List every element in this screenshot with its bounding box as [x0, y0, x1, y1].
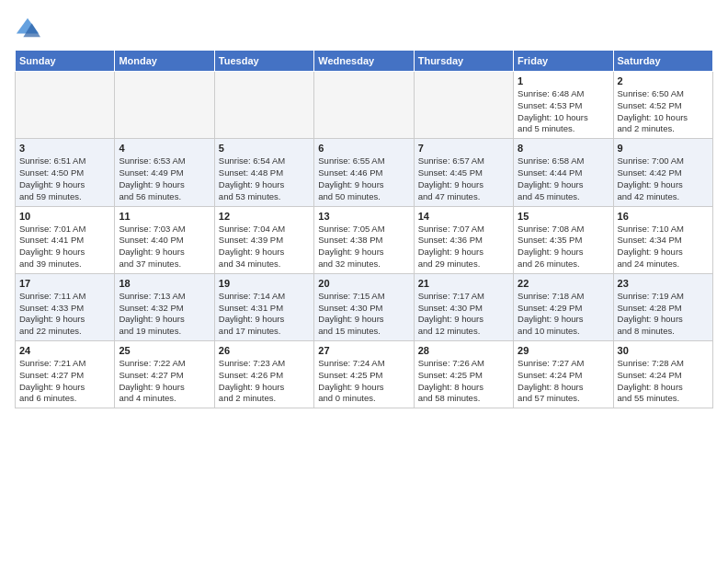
day-number: 6 — [318, 143, 409, 154]
day-info: Sunrise: 6:53 AM Sunset: 4:49 PM Dayligh… — [119, 155, 210, 202]
day-info: Sunrise: 7:14 AM Sunset: 4:31 PM Dayligh… — [219, 291, 310, 338]
day-info: Sunrise: 7:17 AM Sunset: 4:30 PM Dayligh… — [418, 291, 509, 338]
page: SundayMondayTuesdayWednesdayThursdayFrid… — [0, 0, 728, 563]
day-number: 7 — [418, 143, 509, 154]
calendar-cell: 3Sunrise: 6:51 AM Sunset: 4:50 PM Daylig… — [16, 139, 115, 206]
calendar-cell: 11Sunrise: 7:03 AM Sunset: 4:40 PM Dayli… — [115, 206, 214, 273]
day-info: Sunrise: 6:54 AM Sunset: 4:48 PM Dayligh… — [219, 155, 310, 202]
calendar-cell — [16, 72, 115, 139]
calendar-header-thursday: Thursday — [414, 51, 513, 72]
day-number: 25 — [119, 345, 210, 356]
calendar-cell: 12Sunrise: 7:04 AM Sunset: 4:39 PM Dayli… — [214, 206, 313, 273]
day-number: 14 — [418, 211, 509, 222]
calendar-header-row: SundayMondayTuesdayWednesdayThursdayFrid… — [16, 51, 713, 72]
calendar-week-4: 24Sunrise: 7:21 AM Sunset: 4:27 PM Dayli… — [16, 341, 713, 408]
day-info: Sunrise: 7:00 AM Sunset: 4:42 PM Dayligh… — [618, 155, 709, 202]
calendar-cell — [314, 72, 414, 139]
calendar-cell: 6Sunrise: 6:55 AM Sunset: 4:46 PM Daylig… — [314, 139, 414, 206]
day-info: Sunrise: 7:01 AM Sunset: 4:41 PM Dayligh… — [19, 224, 110, 270]
logo-icon — [15, 15, 40, 40]
day-number: 29 — [518, 345, 609, 356]
calendar-header-friday: Friday — [514, 51, 613, 72]
calendar-cell — [414, 72, 513, 139]
day-number: 20 — [318, 278, 409, 289]
calendar-week-0: 1Sunrise: 6:48 AM Sunset: 4:53 PM Daylig… — [16, 72, 713, 139]
calendar-cell: 24Sunrise: 7:21 AM Sunset: 4:27 PM Dayli… — [16, 341, 115, 408]
logo — [15, 15, 44, 40]
day-info: Sunrise: 7:21 AM Sunset: 4:27 PM Dayligh… — [19, 358, 110, 405]
day-info: Sunrise: 7:26 AM Sunset: 4:25 PM Dayligh… — [418, 358, 509, 405]
day-info: Sunrise: 7:07 AM Sunset: 4:36 PM Dayligh… — [418, 224, 509, 270]
day-number: 4 — [119, 143, 210, 154]
day-number: 26 — [219, 345, 310, 356]
calendar-cell: 7Sunrise: 6:57 AM Sunset: 4:45 PM Daylig… — [414, 139, 513, 206]
day-number: 22 — [518, 278, 609, 289]
calendar-cell: 1Sunrise: 6:48 AM Sunset: 4:53 PM Daylig… — [514, 72, 613, 139]
day-info: Sunrise: 7:22 AM Sunset: 4:27 PM Dayligh… — [119, 358, 210, 405]
calendar-cell: 15Sunrise: 7:08 AM Sunset: 4:35 PM Dayli… — [514, 206, 613, 273]
calendar-cell: 19Sunrise: 7:14 AM Sunset: 4:31 PM Dayli… — [214, 273, 313, 340]
calendar-cell: 9Sunrise: 7:00 AM Sunset: 4:42 PM Daylig… — [613, 139, 712, 206]
day-number: 30 — [618, 345, 709, 356]
day-number: 11 — [119, 211, 210, 222]
calendar-cell: 4Sunrise: 6:53 AM Sunset: 4:49 PM Daylig… — [115, 139, 214, 206]
header — [15, 15, 713, 40]
day-info: Sunrise: 7:13 AM Sunset: 4:32 PM Dayligh… — [119, 291, 210, 338]
day-number: 24 — [19, 345, 110, 356]
day-info: Sunrise: 7:24 AM Sunset: 4:25 PM Dayligh… — [318, 358, 409, 405]
day-info: Sunrise: 7:18 AM Sunset: 4:29 PM Dayligh… — [518, 291, 609, 338]
calendar-cell: 16Sunrise: 7:10 AM Sunset: 4:34 PM Dayli… — [613, 206, 712, 273]
calendar-cell: 21Sunrise: 7:17 AM Sunset: 4:30 PM Dayli… — [414, 273, 513, 340]
day-info: Sunrise: 6:57 AM Sunset: 4:45 PM Dayligh… — [418, 155, 509, 202]
calendar-cell: 30Sunrise: 7:28 AM Sunset: 4:24 PM Dayli… — [613, 341, 712, 408]
day-info: Sunrise: 7:03 AM Sunset: 4:40 PM Dayligh… — [119, 224, 210, 270]
day-number: 15 — [518, 211, 609, 222]
calendar-week-1: 3Sunrise: 6:51 AM Sunset: 4:50 PM Daylig… — [16, 139, 713, 206]
day-info: Sunrise: 6:50 AM Sunset: 4:52 PM Dayligh… — [618, 88, 709, 135]
calendar-cell: 2Sunrise: 6:50 AM Sunset: 4:52 PM Daylig… — [613, 72, 712, 139]
day-number: 12 — [219, 211, 310, 222]
day-info: Sunrise: 6:51 AM Sunset: 4:50 PM Dayligh… — [19, 155, 110, 202]
calendar-cell — [115, 72, 214, 139]
calendar-cell: 5Sunrise: 6:54 AM Sunset: 4:48 PM Daylig… — [214, 139, 313, 206]
day-info: Sunrise: 7:28 AM Sunset: 4:24 PM Dayligh… — [618, 358, 709, 405]
day-info: Sunrise: 7:05 AM Sunset: 4:38 PM Dayligh… — [318, 224, 409, 270]
day-number: 2 — [618, 75, 709, 86]
calendar-cell: 25Sunrise: 7:22 AM Sunset: 4:27 PM Dayli… — [115, 341, 214, 408]
day-info: Sunrise: 7:23 AM Sunset: 4:26 PM Dayligh… — [219, 358, 310, 405]
calendar-cell: 20Sunrise: 7:15 AM Sunset: 4:30 PM Dayli… — [314, 273, 414, 340]
calendar-header-sunday: Sunday — [16, 51, 115, 72]
day-number: 10 — [19, 211, 110, 222]
day-number: 13 — [318, 211, 409, 222]
day-info: Sunrise: 6:48 AM Sunset: 4:53 PM Dayligh… — [518, 88, 609, 135]
day-number: 21 — [418, 278, 509, 289]
day-info: Sunrise: 7:19 AM Sunset: 4:28 PM Dayligh… — [618, 291, 709, 338]
calendar: SundayMondayTuesdayWednesdayThursdayFrid… — [15, 50, 713, 408]
day-number: 23 — [618, 278, 709, 289]
day-number: 1 — [518, 75, 609, 86]
calendar-header-saturday: Saturday — [613, 51, 712, 72]
day-number: 9 — [618, 143, 709, 154]
calendar-cell: 8Sunrise: 6:58 AM Sunset: 4:44 PM Daylig… — [514, 139, 613, 206]
day-info: Sunrise: 7:27 AM Sunset: 4:24 PM Dayligh… — [518, 358, 609, 405]
calendar-cell: 10Sunrise: 7:01 AM Sunset: 4:41 PM Dayli… — [16, 206, 115, 273]
calendar-cell: 18Sunrise: 7:13 AM Sunset: 4:32 PM Dayli… — [115, 273, 214, 340]
day-info: Sunrise: 7:10 AM Sunset: 4:34 PM Dayligh… — [618, 224, 709, 270]
calendar-header-tuesday: Tuesday — [214, 51, 313, 72]
calendar-cell: 22Sunrise: 7:18 AM Sunset: 4:29 PM Dayli… — [514, 273, 613, 340]
calendar-cell: 14Sunrise: 7:07 AM Sunset: 4:36 PM Dayli… — [414, 206, 513, 273]
calendar-cell: 13Sunrise: 7:05 AM Sunset: 4:38 PM Dayli… — [314, 206, 414, 273]
calendar-header-wednesday: Wednesday — [314, 51, 414, 72]
day-number: 28 — [418, 345, 509, 356]
day-info: Sunrise: 7:11 AM Sunset: 4:33 PM Dayligh… — [19, 291, 110, 338]
day-number: 17 — [19, 278, 110, 289]
calendar-cell: 28Sunrise: 7:26 AM Sunset: 4:25 PM Dayli… — [414, 341, 513, 408]
calendar-week-3: 17Sunrise: 7:11 AM Sunset: 4:33 PM Dayli… — [16, 273, 713, 340]
day-info: Sunrise: 7:08 AM Sunset: 4:35 PM Dayligh… — [518, 224, 609, 270]
day-number: 19 — [219, 278, 310, 289]
calendar-cell: 26Sunrise: 7:23 AM Sunset: 4:26 PM Dayli… — [214, 341, 313, 408]
day-number: 27 — [318, 345, 409, 356]
day-info: Sunrise: 6:55 AM Sunset: 4:46 PM Dayligh… — [318, 155, 409, 202]
calendar-cell: 27Sunrise: 7:24 AM Sunset: 4:25 PM Dayli… — [314, 341, 414, 408]
calendar-cell: 23Sunrise: 7:19 AM Sunset: 4:28 PM Dayli… — [613, 273, 712, 340]
